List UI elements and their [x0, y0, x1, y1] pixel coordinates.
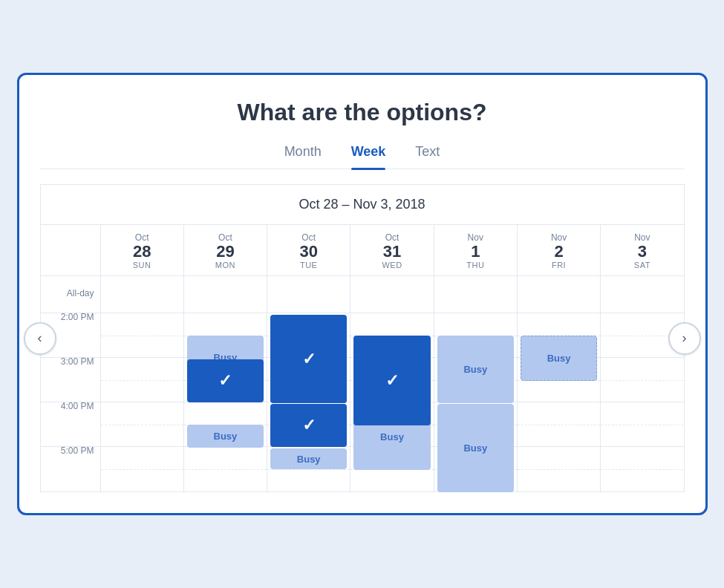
cell-4pm-thu: Busy	[434, 402, 517, 446]
calendar-wrapper: ‹ › Oct 28 – Nov 3, 2018 Oct 28 SUN Oct …	[40, 184, 685, 492]
event-tue-busy2[interactable]: Busy	[270, 448, 347, 469]
cell-5pm-fri	[517, 447, 600, 491]
day-name-mon: MON	[187, 261, 264, 270]
cell-2pm-thu: Busy	[434, 313, 517, 357]
day-header-wed: Oct 31 WED	[350, 225, 433, 275]
time-label-4pm: 4:00 PM	[41, 396, 100, 440]
checkmark-icon-wed: ✓	[385, 371, 399, 391]
day-name-fri: FRI	[521, 261, 597, 270]
cell-5pm-mon	[183, 447, 267, 491]
day-num-sat: 3	[604, 243, 680, 261]
cell-5pm-sat	[600, 447, 683, 491]
day-header-sat: Nov 3 SAT	[600, 225, 683, 275]
day-month-sun: Oct	[104, 232, 180, 243]
day-header-mon: Oct 29 MON	[183, 225, 267, 275]
day-name-sun: SUN	[104, 261, 180, 270]
allday-tue	[267, 276, 350, 313]
cell-4pm-tue: ✓	[267, 402, 350, 446]
cell-4pm-fri	[517, 402, 600, 446]
allday-mon	[183, 276, 267, 313]
checkmark-icon-mon: ✓	[218, 371, 232, 391]
day-name-thu: THU	[437, 261, 514, 270]
corner-cell	[41, 225, 100, 275]
event-thu-busy2[interactable]: Busy	[437, 404, 514, 492]
cell-4pm-sat	[600, 402, 683, 446]
day-month-wed: Oct	[353, 232, 430, 243]
tab-month[interactable]: Month	[284, 144, 322, 169]
cell-3pm-mon: ✓	[183, 358, 267, 402]
day-header-sun: Oct 28 SUN	[100, 225, 183, 275]
cell-2pm-tue: ✓	[267, 313, 350, 357]
allday-sun	[100, 276, 183, 313]
day-header-thu: Nov 1 THU	[434, 225, 517, 275]
event-tue-check2[interactable]: ✓	[270, 404, 347, 447]
calendar-grid: Oct 28 SUN Oct 29 MON Oct 30 TUE Oct 31	[40, 224, 685, 492]
tab-bar: Month Week Text	[40, 144, 685, 169]
day-month-mon: Oct	[187, 232, 264, 243]
day-month-fri: Nov	[521, 232, 597, 243]
cell-2pm-mon: Busy	[183, 313, 267, 357]
cell-3pm-sat	[600, 358, 683, 402]
tab-text[interactable]: Text	[415, 144, 440, 169]
event-fri-busy-dash[interactable]: Busy	[521, 336, 597, 381]
allday-sat	[600, 276, 683, 313]
cell-3pm-sun	[100, 358, 183, 402]
event-mon-check[interactable]: ✓	[187, 359, 264, 402]
day-num-sun: 28	[104, 243, 180, 261]
cell-4pm-sun	[100, 402, 183, 446]
day-header-fri: Nov 2 FRI	[517, 225, 600, 275]
event-thu-busy[interactable]: Busy	[437, 336, 514, 403]
day-num-mon: 29	[187, 243, 264, 261]
cell-5pm-tue: Busy	[267, 447, 350, 491]
cell-5pm-sun	[100, 447, 183, 491]
main-card: What are the options? Month Week Text ‹ …	[17, 73, 708, 515]
prev-week-button[interactable]: ‹	[24, 322, 56, 355]
allday-wed	[350, 276, 433, 313]
cell-2pm-wed: ✓	[350, 313, 433, 357]
day-headers-row: Oct 28 SUN Oct 29 MON Oct 30 TUE Oct 31	[41, 225, 684, 276]
event-tue-check1[interactable]: ✓	[270, 315, 347, 403]
day-month-thu: Nov	[437, 232, 514, 243]
page-title: What are the options?	[40, 99, 685, 126]
day-name-wed: WED	[353, 261, 430, 270]
event-wed-check[interactable]: ✓	[353, 336, 430, 425]
day-num-tue: 30	[270, 243, 347, 261]
allday-thu	[434, 276, 517, 313]
day-num-thu: 1	[437, 243, 514, 261]
allday-row: All-day	[41, 276, 684, 313]
week-range-header: Oct 28 – Nov 3, 2018	[40, 184, 685, 224]
time-label-5pm: 5:00 PM	[41, 441, 100, 486]
day-month-tue: Oct	[270, 232, 347, 243]
checkmark-icon-tue2: ✓	[302, 416, 316, 435]
checkmark-icon: ✓	[302, 350, 316, 369]
event-mon-busy2[interactable]: Busy	[187, 425, 264, 448]
cell-2pm-sun	[100, 313, 183, 357]
day-num-fri: 2	[521, 243, 597, 261]
cell-2pm-fri: Busy	[517, 313, 600, 357]
day-header-tue: Oct 30 TUE	[267, 225, 350, 275]
time-label-3pm: 3:00 PM	[41, 352, 100, 396]
row-2pm: 2:00 PM Busy ✓	[41, 313, 684, 358]
next-week-button[interactable]: ›	[668, 322, 701, 355]
day-month-sat: Nov	[604, 232, 680, 243]
allday-fri	[517, 276, 600, 313]
day-name-sat: SAT	[604, 261, 680, 270]
day-num-wed: 31	[353, 243, 430, 261]
day-name-tue: TUE	[270, 261, 347, 270]
tab-week[interactable]: Week	[351, 144, 386, 169]
cell-4pm-mon: Busy	[183, 402, 267, 446]
